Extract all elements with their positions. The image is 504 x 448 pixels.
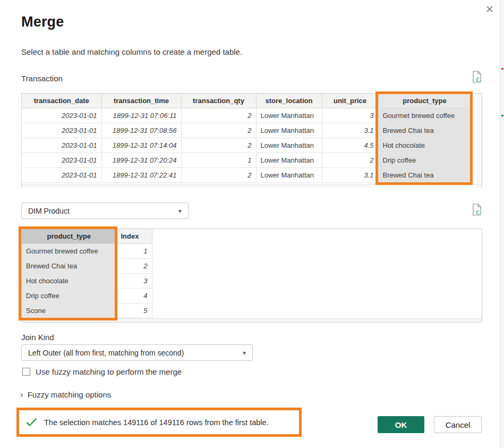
cell: 2 — [181, 108, 256, 123]
ok-button[interactable]: OK — [378, 416, 424, 433]
cell: 2023-01-01 — [22, 123, 101, 138]
merge-dialog: ✕ Merge Select a table and matching colu… — [0, 0, 504, 448]
cell: 2023-01-01 — [22, 167, 101, 182]
cell: 2 — [181, 123, 256, 138]
cell-selected: Brewed Chai tea — [22, 258, 116, 273]
fuzzy-matching-checkbox[interactable] — [22, 368, 30, 376]
cell: Lower Manhattan — [256, 123, 322, 138]
chevron-right-icon: › — [20, 390, 23, 399]
cell: 1899-12-31 07:14:04 — [101, 138, 181, 153]
match-status-banner: The selection matches 149116 of 149116 r… — [16, 408, 302, 437]
table-row: Drip coffee 4 — [22, 288, 152, 303]
scrollbar-mark — [501, 115, 503, 116]
cell: 2023-01-01 — [22, 108, 101, 123]
document-refresh-icon — [472, 71, 481, 82]
cell-selected: Gourmet brewed coffee — [22, 243, 116, 258]
cell: 1899-12-31 07:08:56 — [101, 123, 181, 138]
cell: Lower Manhattan — [256, 167, 322, 182]
cell: 1899-12-31 07:22:41 — [101, 167, 181, 182]
fuzzy-matching-checkbox-row[interactable]: Use fuzzy matching to perform the merge — [22, 367, 182, 376]
table1-horizontal-scrollbar[interactable] — [22, 184, 482, 188]
cell: Lower Manhattan — [256, 138, 322, 153]
table-row: Hot chocolate 3 — [22, 273, 152, 288]
refresh-preview-icon[interactable] — [472, 69, 485, 84]
cell-selected: Gourmet brewed coffee — [378, 108, 471, 123]
cell-selected: Brewed Chai tea — [378, 123, 471, 138]
cell-selected: Drip coffee — [378, 153, 471, 167]
table1-col-transaction-qty[interactable]: transaction_qty — [181, 94, 256, 108]
dialog-subtitle: Select a table and matching columns to c… — [21, 47, 242, 56]
table-row: Brewed Chai tea 2 — [22, 258, 152, 273]
table2-preview: product_type Index Gourmet brewed coffee… — [21, 229, 482, 323]
close-icon[interactable]: ✕ — [482, 2, 497, 17]
table1-col-transaction-time[interactable]: transaction_time — [101, 94, 181, 108]
table1-col-product-type-selected[interactable]: product_type — [378, 94, 471, 108]
cell-selected: Hot chocolate — [378, 138, 471, 153]
join-kind-value: Left Outer (all from first, matching fro… — [28, 349, 238, 357]
cell: 3.1 — [322, 167, 378, 182]
table-row: 2023-01-01 1899-12-31 07:20:24 1 Lower M… — [22, 153, 471, 167]
fuzzy-options-label: Fuzzy matching options — [28, 390, 112, 399]
cell-selected: Hot chocolate — [22, 273, 116, 288]
cell: 2 — [181, 167, 256, 182]
cell: 2023-01-01 — [22, 138, 101, 153]
table-row: 2023-01-01 1899-12-31 07:06:11 2 Lower M… — [22, 108, 471, 123]
cell: Lower Manhattan — [256, 153, 322, 167]
cell: 2 — [116, 258, 152, 273]
cell: 3 — [116, 273, 152, 288]
table1-label: Transaction — [21, 74, 63, 83]
table2: product_type Index Gourmet brewed coffee… — [22, 229, 152, 318]
cell: 1 — [181, 153, 256, 167]
table-row: Scone 5 — [22, 303, 152, 318]
join-kind-dropdown[interactable]: Left Outer (all from first, matching fro… — [21, 344, 253, 361]
table2-header-row: product_type Index — [22, 229, 152, 243]
cell: 2 — [322, 153, 378, 167]
cell: 2023-01-01 — [22, 153, 101, 167]
table-row: 2023-01-01 1899-12-31 07:14:04 2 Lower M… — [22, 138, 471, 153]
table-select-dropdown[interactable]: DIM Product ▾ — [21, 202, 189, 219]
table2-horizontal-scrollbar[interactable] — [22, 318, 482, 322]
cell: 1899-12-31 07:20:24 — [101, 153, 181, 167]
table2-col-product-type-selected[interactable]: product_type — [22, 229, 116, 243]
cell-selected: Scone — [22, 303, 116, 318]
cell: Lower Manhattan — [256, 108, 322, 123]
cell: 2 — [181, 138, 256, 153]
table1-col-unit-price[interactable]: unit_price — [322, 94, 378, 108]
table1: transaction_date transaction_time transa… — [22, 94, 472, 183]
chevron-down-icon: ▾ — [178, 207, 182, 215]
table1-preview: transaction_date transaction_time transa… — [21, 93, 482, 188]
table1-col-store-location[interactable]: store_location — [256, 94, 322, 108]
page-scrollbar[interactable] — [500, 0, 504, 448]
cancel-button[interactable]: Cancel — [434, 416, 482, 433]
scrollbar-mark — [501, 68, 503, 70]
table1-header-row: transaction_date transaction_time transa… — [22, 94, 471, 108]
fuzzy-matching-checkbox-label: Use fuzzy matching to perform the merge — [36, 367, 182, 376]
table-row: 2023-01-01 1899-12-31 07:22:41 2 Lower M… — [22, 167, 471, 182]
cell-selected: Brewed Chai tea — [378, 167, 471, 182]
refresh-preview-icon-2[interactable] — [472, 202, 485, 217]
chevron-down-icon: ▾ — [243, 349, 246, 357]
check-icon — [26, 418, 37, 427]
cell: 1 — [116, 243, 152, 258]
join-kind-label: Join Kind — [21, 333, 54, 342]
cell: 4 — [116, 288, 152, 303]
cell: 4.5 — [322, 138, 378, 153]
table-row: 2023-01-01 1899-12-31 07:08:56 2 Lower M… — [22, 123, 471, 138]
match-status-message: The selection matches 149116 of 149116 r… — [44, 418, 269, 427]
document-refresh-icon — [472, 204, 481, 215]
table2-col-index[interactable]: Index — [116, 229, 152, 243]
cell-selected: Drip coffee — [22, 288, 116, 303]
page-title: Merge — [21, 14, 64, 30]
cell: 1899-12-31 07:06:11 — [101, 108, 181, 123]
table1-vertical-scrollbar[interactable] — [478, 94, 482, 182]
fuzzy-options-expander[interactable]: › Fuzzy matching options — [20, 390, 111, 399]
cell: 3.1 — [322, 123, 378, 138]
cell: 5 — [116, 303, 152, 318]
table-select-value: DIM Product — [28, 207, 174, 215]
cell: 3 — [322, 108, 378, 123]
table-row: Gourmet brewed coffee 1 — [22, 243, 152, 258]
table1-col-transaction-date[interactable]: transaction_date — [22, 94, 101, 108]
